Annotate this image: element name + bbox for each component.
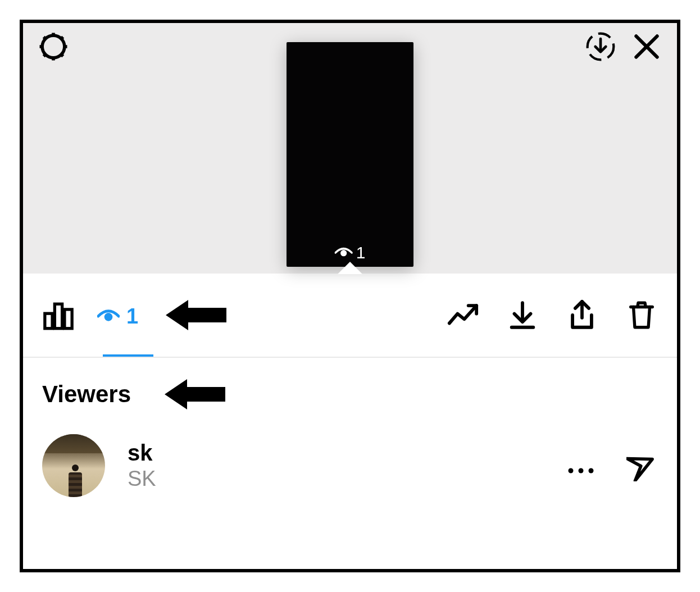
more-icon xyxy=(567,467,595,475)
download-circle-icon xyxy=(585,31,616,62)
tab-insights[interactable] xyxy=(42,298,75,333)
svg-point-13 xyxy=(340,250,347,256)
svg-rect-16 xyxy=(65,309,72,329)
close-icon xyxy=(631,31,662,62)
svg-marker-22 xyxy=(165,379,225,409)
save-story-button[interactable] xyxy=(585,31,616,62)
viewer-avatar[interactable] xyxy=(42,434,105,497)
viewers-heading: Viewers xyxy=(42,381,131,408)
download-icon xyxy=(506,299,539,331)
viewer-fullname: SK xyxy=(128,467,156,491)
svg-rect-14 xyxy=(45,313,52,329)
svg-point-17 xyxy=(104,313,113,321)
tab-active-underline xyxy=(103,354,153,357)
settings-button[interactable] xyxy=(38,31,69,62)
tab-viewers[interactable]: 1 xyxy=(97,302,138,329)
svg-line-7 xyxy=(61,37,63,39)
thumbnail-selected-pointer xyxy=(338,262,362,274)
story-viewers-panel: 1 1 xyxy=(20,20,680,572)
trending-up-icon xyxy=(447,299,479,331)
svg-line-5 xyxy=(44,37,46,39)
gear-icon xyxy=(38,31,69,62)
close-button[interactable] xyxy=(631,31,662,62)
viewer-send-button[interactable] xyxy=(626,450,658,481)
boost-button[interactable] xyxy=(447,299,479,331)
download-button[interactable] xyxy=(506,299,539,331)
send-icon xyxy=(626,450,658,481)
viewer-more-button[interactable] xyxy=(567,452,595,479)
viewer-username[interactable]: sk xyxy=(128,440,156,466)
tab-viewers-count: 1 xyxy=(126,304,138,329)
svg-point-24 xyxy=(579,468,584,473)
trash-icon xyxy=(625,299,658,331)
svg-rect-15 xyxy=(54,304,62,329)
eye-icon xyxy=(335,247,353,259)
story-view-count: 1 xyxy=(335,243,366,262)
delete-button[interactable] xyxy=(625,299,658,331)
bar-chart-icon xyxy=(42,300,75,333)
share-icon xyxy=(566,299,598,331)
share-button[interactable] xyxy=(566,299,598,331)
story-toolbar: 1 xyxy=(23,274,677,358)
svg-point-25 xyxy=(589,468,594,473)
svg-point-23 xyxy=(569,468,574,473)
svg-marker-18 xyxy=(166,300,226,330)
svg-line-6 xyxy=(61,54,63,56)
story-view-count-value: 1 xyxy=(356,243,366,262)
story-preview-area: 1 xyxy=(23,23,677,274)
eye-icon xyxy=(97,308,120,324)
story-thumbnail[interactable]: 1 xyxy=(287,42,413,267)
annotation-arrow xyxy=(165,375,226,414)
viewer-row: sk SK xyxy=(42,434,658,497)
annotation-arrow xyxy=(166,295,228,335)
viewers-section: Viewers sk SK xyxy=(23,358,677,569)
svg-line-8 xyxy=(44,54,46,56)
